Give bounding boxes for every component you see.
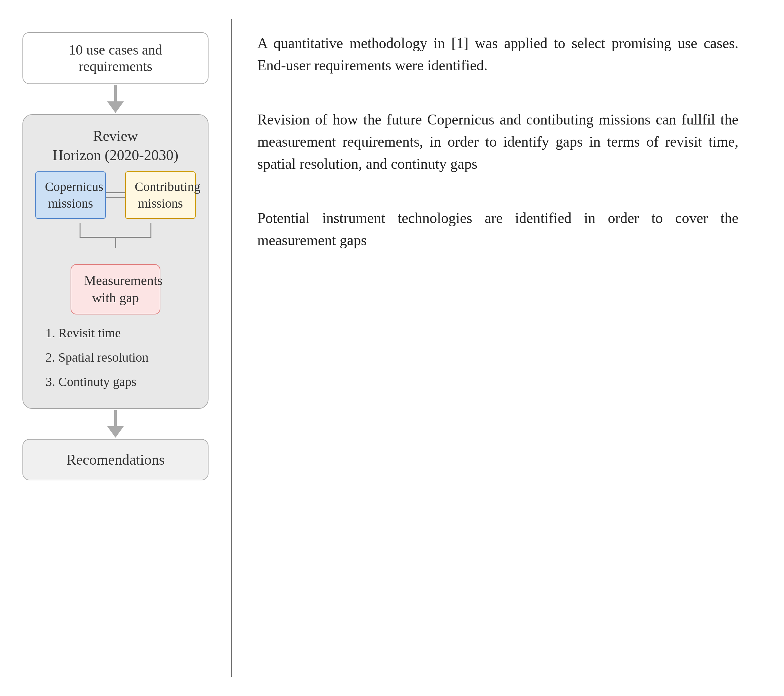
paragraph-2: Revision of how the future Copernicus an… xyxy=(257,109,738,175)
copernicus-box: Copernicus missions xyxy=(35,172,106,219)
review-title-line1: Review xyxy=(53,127,178,146)
bottom-box-label: Recomendations xyxy=(66,452,165,468)
middle-box: Review Horizon (2020-2030) Copernicus mi… xyxy=(23,114,209,409)
diagram-section: 10 use cases and requirements Review Hor… xyxy=(13,19,231,677)
contributing-line1: Contributing xyxy=(135,178,186,195)
h-line-1 xyxy=(106,192,125,193)
measurements-box: Measurements with gap xyxy=(71,264,160,315)
bottom-box: Recomendations xyxy=(23,439,209,480)
missions-connector xyxy=(36,223,195,248)
top-box-label: 10 use cases and requirements xyxy=(69,42,162,74)
contributing-line2: missions xyxy=(135,195,186,212)
arrow-shaft-2 xyxy=(114,410,117,426)
arrow-shaft-1 xyxy=(114,85,117,101)
arrow-1 xyxy=(107,85,124,113)
v-line-left xyxy=(79,223,81,237)
arrow-2 xyxy=(107,410,124,438)
measurements-line1: Measurements xyxy=(84,272,147,289)
gap-item-2: 2. Spatial resolution xyxy=(46,345,195,369)
text-section: A quantitative methodology in [1] was ap… xyxy=(231,19,771,677)
double-line-connector xyxy=(106,192,125,198)
connector-top xyxy=(74,223,157,237)
arrow-head-1 xyxy=(107,101,124,113)
v-line-right xyxy=(150,223,152,237)
v-line-center xyxy=(115,238,116,248)
gap-list: 1. Revisit time 2. Spatial resolution 3.… xyxy=(36,321,195,394)
main-container: 10 use cases and requirements Review Hor… xyxy=(0,0,784,696)
review-title-line2: Horizon (2020-2030) xyxy=(53,146,178,165)
gap-item-3: 3. Continuty gaps xyxy=(46,369,195,394)
contributing-box: Contributing missions xyxy=(125,172,196,219)
review-title: Review Horizon (2020-2030) xyxy=(53,127,178,165)
paragraph-3: Potential instrument technologies are id… xyxy=(257,207,738,251)
arrow-head-2 xyxy=(107,426,124,438)
gap-item-1: 1. Revisit time xyxy=(46,321,195,345)
copernicus-line2: missions xyxy=(45,195,96,212)
top-box: 10 use cases and requirements xyxy=(23,32,209,84)
paragraph-1: A quantitative methodology in [1] was ap… xyxy=(257,32,738,76)
missions-row: Copernicus missions Contributing mission… xyxy=(36,172,195,219)
h-line-2 xyxy=(106,197,125,198)
copernicus-line1: Copernicus xyxy=(45,178,96,195)
measurements-line2: with gap xyxy=(84,289,147,307)
